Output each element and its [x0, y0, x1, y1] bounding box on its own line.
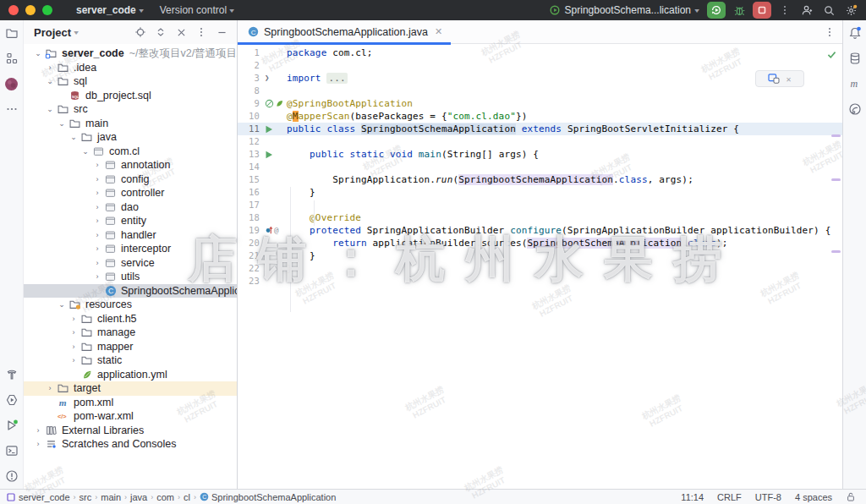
chevron-right-icon[interactable]: ›	[91, 161, 103, 169]
collapse-all-icon[interactable]	[174, 25, 188, 39]
chevron-down-icon[interactable]: ⌄	[68, 133, 79, 141]
breadcrumb-item-java[interactable]: java	[130, 492, 147, 502]
chevron-right-icon[interactable]: ›	[44, 384, 56, 392]
tree-item-springbootschemaapplication[interactable]: CSpringbootSchemaApplication	[24, 284, 237, 299]
tab-options-icon[interactable]	[824, 26, 836, 38]
close-icon[interactable]: ✕	[786, 74, 791, 84]
chevron-right-icon[interactable]: ›	[91, 259, 103, 267]
chevron-right-icon[interactable]: ›	[91, 244, 103, 253]
chevron-right-icon[interactable]: ›	[68, 342, 79, 351]
close-window-button[interactable]	[8, 5, 19, 15]
chevron-right-icon[interactable]: ›	[32, 426, 44, 435]
chevron-right-icon[interactable]: ›	[68, 356, 79, 364]
inspection-ok-icon[interactable]	[826, 49, 837, 60]
tree-item--idea[interactable]: ›.idea	[24, 61, 237, 75]
tree-item-db-project-sql[interactable]: SQLdb_project.sql	[24, 89, 237, 103]
chevron-down-icon[interactable]: ⌄	[79, 147, 91, 156]
chevron-right-icon[interactable]: ›	[91, 272, 103, 281]
tree-item-target[interactable]: ›target	[24, 381, 237, 396]
run-gutter-icon[interactable]	[265, 125, 273, 134]
file-encoding[interactable]: UTF-8	[755, 492, 781, 502]
tree-item-manage[interactable]: ›manage	[24, 326, 237, 340]
stop-button[interactable]	[753, 2, 771, 19]
code-line-22[interactable]: 22}	[238, 262, 842, 275]
chevron-right-icon[interactable]: ›	[91, 216, 103, 225]
chevron-down-icon[interactable]: ⌄	[56, 300, 68, 309]
run-configuration-select[interactable]: SpringbootSchema...lication ▾	[545, 4, 702, 16]
caret-position[interactable]: 11:14	[681, 492, 704, 502]
code-line-16[interactable]: 16 }	[238, 186, 842, 199]
chevron-right-icon[interactable]: ›	[91, 189, 103, 197]
chevron-down-icon[interactable]: ⌄	[32, 49, 44, 58]
gradle-icon[interactable]	[845, 99, 865, 119]
code-line-12[interactable]: 12	[238, 135, 842, 148]
tree-item-entity[interactable]: ›entity	[24, 214, 237, 228]
tree-item-main[interactable]: ⌄main	[24, 117, 237, 131]
more-horizontal-icon[interactable]	[2, 99, 22, 119]
breadcrumb-item-src[interactable]: src	[79, 492, 92, 502]
breadcrumb-item-com[interactable]: com	[156, 492, 174, 502]
tree-item-config[interactable]: ›config	[24, 173, 237, 187]
chevron-right-icon[interactable]: ›	[91, 203, 103, 211]
expand-collapse-icon[interactable]	[154, 25, 167, 39]
terminal-icon[interactable]	[2, 441, 22, 461]
usage-scroll-marker[interactable]	[831, 250, 841, 253]
tree-item-pom-xml[interactable]: mpom.xml	[24, 396, 237, 410]
chevron-down-icon[interactable]: ▾	[74, 29, 79, 36]
chevron-down-icon[interactable]: ⌄	[56, 119, 68, 128]
breadcrumb-item-springbootschemaapplication[interactable]: CSpringbootSchemaApplication	[200, 492, 336, 502]
settings-gear-icon[interactable]	[842, 2, 859, 19]
tree-item-dao[interactable]: ›dao	[24, 200, 237, 215]
code-line-3[interactable]: 3❯import ...	[238, 72, 842, 85]
close-tab-icon[interactable]: ✕	[435, 26, 442, 37]
code-line-21[interactable]: 21 }	[238, 249, 842, 262]
tree-item-interceptor[interactable]: ›interceptor	[24, 242, 237, 256]
tab-springbootschemaapplication[interactable]: C SpringbootSchemaApplication.java ✕	[238, 20, 451, 44]
spring-leaf-icon[interactable]	[275, 99, 284, 108]
tree-item-utils[interactable]: ›utils	[24, 270, 237, 284]
breadcrumb-item-cl[interactable]: cl	[184, 492, 190, 502]
structure-icon[interactable]	[2, 48, 22, 68]
vcs-menu[interactable]: Version control ▾	[151, 0, 242, 20]
chevron-down-icon[interactable]: ⌄	[44, 105, 56, 113]
hide-icon[interactable]	[215, 25, 228, 39]
rerun-run-button[interactable]	[707, 2, 726, 19]
build-hammer-icon[interactable]	[2, 364, 22, 385]
chevron-right-icon[interactable]: ›	[91, 231, 103, 239]
locate-icon[interactable]	[134, 25, 147, 39]
overriding-method-icon[interactable]	[265, 226, 273, 235]
indent-setting[interactable]: 4 spaces	[795, 492, 832, 502]
chevron-right-icon[interactable]: ›	[91, 175, 103, 184]
code-line-1[interactable]: 1package com.cl;	[238, 47, 842, 59]
code-editor[interactable]: ✕ 1package com.cl;23❯import ...89@Spring…	[238, 45, 842, 489]
project-menu[interactable]: server_code ▾	[68, 0, 151, 20]
add-user-icon[interactable]	[798, 2, 815, 19]
project-tree[interactable]: ⌄server_code~/整改项目v2/普通项目/PT016-健身›.idea…	[24, 45, 237, 489]
window-controls[interactable]	[8, 5, 52, 15]
code-line-18[interactable]: 18 @Override	[238, 211, 842, 224]
fold-chevron-icon[interactable]: ❯	[265, 72, 270, 85]
code-line-17[interactable]: 17	[238, 199, 842, 211]
editor-floating-widget[interactable]: ✕	[755, 70, 804, 87]
more-actions-icon[interactable]	[776, 2, 793, 19]
database-icon[interactable]	[845, 48, 865, 68]
tree-item-mapper[interactable]: ›mapper	[24, 340, 237, 354]
tree-item-handler[interactable]: ›handler	[24, 228, 237, 243]
usage-scroll-marker[interactable]	[831, 134, 841, 137]
tree-item-sql[interactable]: ⌄sql	[24, 74, 237, 89]
usage-scroll-marker[interactable]	[831, 178, 841, 181]
tree-item-pom-war-xml[interactable]: </>pom-war.xml	[24, 409, 237, 424]
chevron-right-icon[interactable]: ›	[44, 63, 56, 72]
code-line-23[interactable]: 23	[238, 275, 842, 288]
tree-item-controller[interactable]: ›controller	[24, 186, 237, 200]
plugin-circle-icon[interactable]	[2, 74, 22, 94]
maven-tool-icon[interactable]: m	[845, 74, 865, 94]
services-icon[interactable]	[2, 390, 22, 410]
tree-item-java[interactable]: ⌄java	[24, 130, 237, 145]
tree-item-external-libraries[interactable]: ›External Libraries	[24, 424, 237, 438]
zoom-window-button[interactable]	[42, 5, 52, 15]
search-icon[interactable]	[820, 2, 837, 19]
notifications-bell-icon[interactable]	[845, 23, 865, 43]
tree-item-client-h5[interactable]: ›client.h5	[24, 312, 237, 326]
code-line-19[interactable]: 19@ protected SpringApplicationBuilder c…	[238, 224, 842, 237]
